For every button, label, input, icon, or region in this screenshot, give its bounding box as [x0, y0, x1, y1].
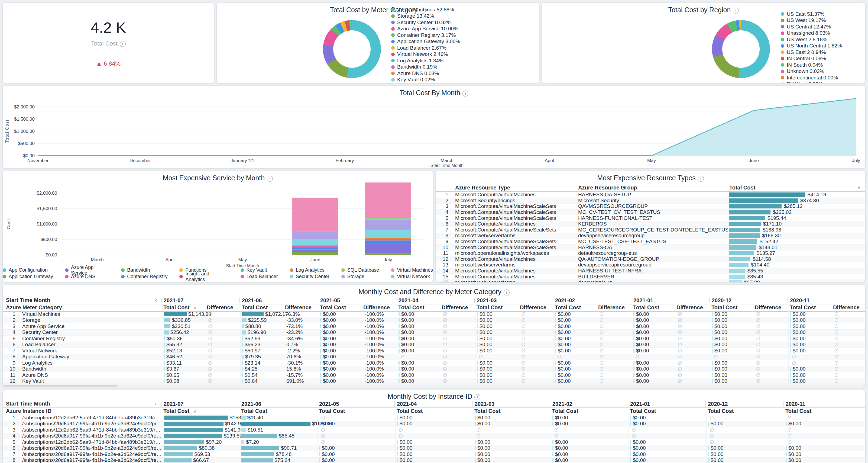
bar-segment[interactable]: [365, 238, 411, 239]
info-icon[interactable]: i: [474, 394, 480, 400]
month-header[interactable]: 2020-12: [709, 298, 787, 303]
measure-header[interactable]: Difference: [439, 305, 474, 311]
month-header[interactable]: 2021-05: [318, 298, 396, 303]
measure-header[interactable]: Difference: [518, 305, 553, 311]
month-header[interactable]: 2021-06: [240, 298, 318, 303]
measure-header[interactable]: Difference: [752, 305, 787, 311]
region-donut[interactable]: [712, 20, 770, 78]
measure-header[interactable]: Total Cost: [553, 305, 596, 311]
bar-segment[interactable]: [292, 231, 338, 232]
row-dimension-header[interactable]: Azure Meter Category: [3, 305, 161, 311]
measure-header[interactable]: Total Cost: [709, 305, 752, 311]
legend-item[interactable]: Bandwidth: [121, 267, 167, 273]
table-row[interactable]: 10Microsoft.Compute/virtualMachineScaleS…: [436, 244, 865, 251]
bar-segment[interactable]: [365, 243, 411, 254]
month-header[interactable]: 2020-12: [706, 401, 783, 407]
horizontal-scrollbar[interactable]: [3, 383, 865, 388]
legend-item[interactable]: Log Analytics: [290, 267, 330, 273]
measure-header[interactable]: Difference: [596, 305, 631, 311]
legend-item[interactable]: Virtual Network 2.46%: [391, 52, 460, 57]
legend-item[interactable]: Load Balancer: [241, 274, 278, 280]
legend-item[interactable]: Key Vault: [241, 267, 278, 273]
legend-item[interactable]: Load Balancer 2.67%: [391, 45, 460, 51]
bar-segment[interactable]: [292, 239, 338, 245]
table-row[interactable]: 6/subscriptions/20d6a917-99fa-4b1b-9b2e-…: [3, 445, 865, 452]
month-header[interactable]: 2021-03: [474, 298, 553, 303]
legend-item[interactable]: EU West 0.00%: [781, 81, 842, 83]
legend-item[interactable]: US North Central 1.82%: [781, 43, 842, 49]
legend-item[interactable]: Virtual Machines: [391, 267, 433, 273]
sort-chevron-icon[interactable]: ∨: [192, 306, 196, 310]
bar-segment[interactable]: [292, 198, 338, 231]
info-icon[interactable]: i: [733, 8, 739, 13]
month-header[interactable]: 2020-11: [787, 298, 865, 303]
table-row[interactable]: 1/subscriptions/12d2db62-5aa9-471d-84bb-…: [3, 415, 865, 421]
measure-header[interactable]: Total Cost: [317, 408, 395, 414]
month-header[interactable]: 2021-04: [395, 401, 472, 407]
column-header-resource-group[interactable]: Azure Resource Group: [574, 184, 728, 191]
legend-item[interactable]: Log Analytics 1.34%: [391, 58, 460, 64]
bar-segment[interactable]: [292, 248, 338, 250]
legend-item[interactable]: Security Center 10.82%: [391, 20, 460, 26]
legend-item[interactable]: Application Gateway: [3, 274, 53, 280]
info-icon[interactable]: i: [698, 176, 704, 182]
measure-header[interactable]: Difference: [674, 305, 709, 311]
table-row[interactable]: 11Azure DNS$0.65∅$0.54-15.7%$0.00-100.0%…: [3, 372, 865, 378]
measure-header[interactable]: Total Cost: [783, 408, 861, 414]
table-row[interactable]: 1Microsoft.Compute/virtualMachinesHARNES…: [436, 192, 865, 198]
legend-item[interactable]: Container Registry: [121, 274, 167, 280]
table-row[interactable]: 7/subscriptions/20d6a917-99fa-4b1b-9b2e-…: [3, 451, 865, 458]
legend-item[interactable]: Application Gateway 3.00%: [391, 39, 460, 45]
table-row[interactable]: 5Microsoft.Compute/virtualMachineScaleSe…: [436, 215, 865, 221]
measure-header[interactable]: Total Cost ∨: [161, 305, 205, 311]
month-header[interactable]: 2021-07: [161, 298, 240, 303]
measure-header[interactable]: Total Cost: [396, 305, 439, 311]
bar-segment[interactable]: [292, 246, 338, 248]
legend-item[interactable]: US Central 12.47%: [781, 24, 842, 30]
bar-segment[interactable]: [365, 240, 411, 241]
table-row[interactable]: 7Microsoft.Compute/virtualMachineScaleSe…: [436, 227, 865, 233]
legend-item[interactable]: Insight and Analytics: [179, 274, 228, 280]
legend-item[interactable]: US East 2 0.94%: [781, 49, 842, 55]
table-row[interactable]: 1Virtual Machines$1,143.93∅$1,072.17-6.3…: [3, 311, 865, 317]
table-row[interactable]: 14Microsoft.Compute/virtualMachinesHARNE…: [436, 268, 865, 274]
legend-item[interactable]: Virtual Network: [391, 274, 433, 280]
table-row[interactable]: 15Microsoft.Compute/virtualMachinesBUILD…: [436, 274, 865, 280]
month-header[interactable]: 2021-05: [317, 401, 395, 407]
info-icon[interactable]: i: [504, 290, 509, 295]
table-row[interactable]: 12Microsoft.Compute/virtualMachinesQA-AU…: [436, 256, 865, 262]
legend-item[interactable]: US East 51.37%: [781, 11, 842, 17]
month-header[interactable]: 2021-01: [631, 298, 709, 303]
month-header[interactable]: 2021-06: [239, 401, 317, 407]
month-header[interactable]: 2021-02: [553, 298, 631, 303]
prev-columns-chevron-icon[interactable]: ‹: [155, 297, 157, 304]
table-row[interactable]: 5Container Registry$80.36∅$52.53-34.6%$0…: [3, 336, 865, 342]
legend-item[interactable]: SQL Database: [341, 267, 379, 273]
column-header-resource-type[interactable]: Azure Resource Type: [451, 184, 574, 191]
bar-segment[interactable]: [365, 220, 411, 230]
month-header[interactable]: 2021-01: [628, 401, 706, 407]
table-row[interactable]: 9Log Analytics$33.11∅$23.14-30.1%$0.00-1…: [3, 360, 865, 366]
legend-item[interactable]: IN South 0.04%: [781, 62, 842, 68]
table-row[interactable]: 10Bandwidth$3.67∅$4.2515.8%$0.00-100.0%$…: [3, 366, 865, 373]
bar-segment[interactable]: [365, 230, 411, 238]
bar-segment[interactable]: [365, 218, 411, 220]
legend-item[interactable]: Storage 13.42%: [391, 13, 460, 19]
measure-header[interactable]: Total Cost: [787, 305, 831, 311]
bar-segment[interactable]: [365, 182, 411, 218]
measure-header[interactable]: Total Cost: [318, 305, 361, 311]
legend-item[interactable]: IN Central 0.06%: [781, 56, 842, 62]
bar-segment[interactable]: [292, 245, 338, 246]
measure-header[interactable]: Total Cost: [240, 305, 283, 311]
sort-chevron-icon[interactable]: ∨: [858, 185, 860, 190]
prev-columns-chevron-icon[interactable]: ‹: [155, 400, 157, 407]
measure-header[interactable]: Total Cost: [239, 408, 317, 414]
legend-item[interactable]: Container Registry 3.17%: [391, 32, 460, 38]
legend-item[interactable]: App Configuration: [3, 267, 53, 273]
table-row[interactable]: 9Microsoft.Compute/virtualMachineScaleSe…: [436, 239, 865, 245]
month-header[interactable]: 2021-03: [472, 401, 550, 407]
table-row[interactable]: 13microsoft.web/serverfarmsdevappservice…: [436, 262, 865, 268]
measure-header[interactable]: Total Cost: [395, 408, 472, 414]
bar-segment[interactable]: [292, 250, 338, 252]
month-header[interactable]: 2021-04: [396, 298, 474, 303]
